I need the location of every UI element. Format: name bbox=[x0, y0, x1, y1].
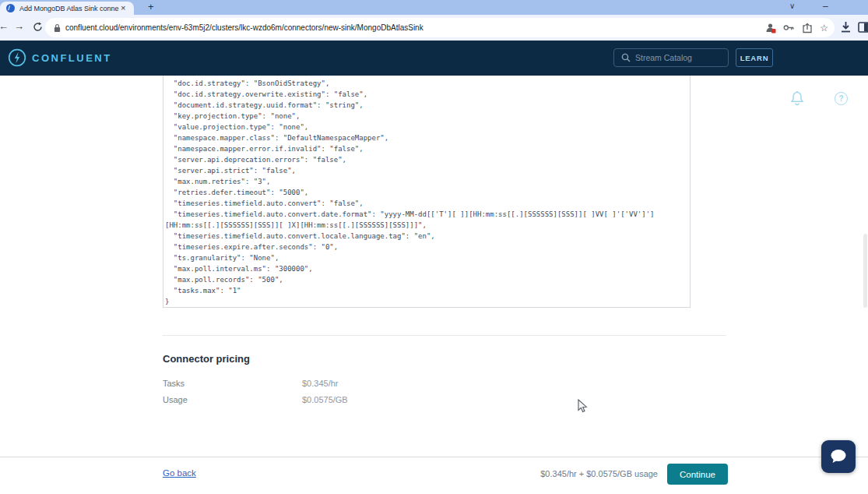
config-line: } bbox=[165, 296, 690, 307]
mouse-cursor bbox=[578, 399, 588, 413]
config-line: "max.poll.interval.ms": "300000", bbox=[165, 263, 690, 274]
continue-button[interactable]: Continue bbox=[667, 464, 728, 485]
back-button[interactable]: ← bbox=[0, 20, 9, 32]
confluent-brand[interactable]: CONFLUENT bbox=[8, 48, 112, 67]
config-line: "timeseries.expire.after.seconds": "0", bbox=[165, 242, 690, 252]
password-key-icon[interactable] bbox=[783, 23, 795, 33]
confluent-header: CONFLUENT LEARN ? bbox=[0, 41, 868, 76]
browser-tab[interactable]: Add MongoDB Atlas Sink conne × bbox=[0, 2, 134, 15]
search-icon bbox=[621, 53, 631, 62]
padlock-icon bbox=[54, 23, 61, 33]
config-line: "key.projection.type": "none", bbox=[165, 111, 690, 122]
config-line: "timeseries.timefield.auto.convert.local… bbox=[165, 231, 690, 242]
share-icon[interactable] bbox=[802, 23, 813, 34]
address-bar[interactable]: confluent.cloud/environments/env-63m5j2/… bbox=[45, 18, 835, 37]
footer-divider bbox=[0, 457, 868, 457]
side-panel-icon[interactable] bbox=[858, 22, 868, 33]
pricing-row-value: $0.345/hr bbox=[302, 379, 338, 388]
config-line: "timeseries.timefield.auto.convert.date.… bbox=[165, 209, 690, 220]
forward-button[interactable]: → bbox=[14, 20, 24, 32]
search-input[interactable] bbox=[635, 53, 721, 62]
config-line: "max.poll.records": "500", bbox=[165, 274, 690, 285]
help-icon[interactable]: ? bbox=[835, 92, 848, 105]
bookmark-star-icon[interactable]: ☆ bbox=[820, 23, 828, 33]
tab-search-chevron-icon[interactable]: ∨ bbox=[789, 2, 795, 10]
confluent-logo-icon bbox=[8, 48, 26, 67]
pricing-row-label: Tasks bbox=[163, 379, 184, 388]
notifications-bell-icon[interactable] bbox=[789, 90, 805, 107]
connector-config-json: "doc.id.strategy": "BsonOidStrategy", "d… bbox=[163, 76, 691, 308]
config-line: "tasks.max": "1" bbox=[165, 285, 690, 296]
tab-strip: Add MongoDB Atlas Sink conne × + ∨ – bbox=[0, 0, 868, 15]
config-line: "retries.defer.timeout": "5000", bbox=[165, 187, 690, 198]
pricing-heading: Connector pricing bbox=[163, 353, 250, 365]
browser-toolbar: ← → confluent.cloud/environments/env-63m… bbox=[0, 15, 868, 41]
config-line: "server.api.deprecation.errors": "false"… bbox=[165, 154, 690, 165]
config-line: "max.num.retries": "3", bbox=[165, 176, 690, 187]
pricing-row-label: Usage bbox=[163, 395, 188, 404]
reload-button[interactable] bbox=[33, 22, 43, 32]
config-line: "doc.id.strategy.overwrite.existing": "f… bbox=[165, 89, 690, 100]
pricing-row-value: $0.0575/GB bbox=[302, 395, 348, 404]
config-line: "namespace.mapper.class": "DefaultNamesp… bbox=[165, 132, 690, 143]
config-line: "server.api.strict": "false", bbox=[165, 165, 690, 176]
window-minimize-button[interactable]: – bbox=[823, 1, 828, 12]
close-tab-icon[interactable]: × bbox=[121, 4, 125, 12]
download-icon[interactable] bbox=[840, 21, 852, 34]
scrollbar-thumb[interactable] bbox=[863, 234, 867, 308]
go-back-link[interactable]: Go back bbox=[163, 468, 196, 478]
section-divider bbox=[163, 335, 726, 336]
url-text[interactable]: confluent.cloud/environments/env-63m5j2/… bbox=[65, 23, 423, 32]
confluent-favicon-icon bbox=[6, 4, 15, 12]
new-tab-button[interactable]: + bbox=[148, 1, 154, 12]
config-line: "namespace.mapper.error.if.invalid": "fa… bbox=[165, 143, 690, 154]
config-line: "timeseries.timefield.auto.convert": "fa… bbox=[165, 198, 690, 209]
config-line: [HH:mm:ss[[.][SSSSSS][SSS]][ ]X][HH:mm:s… bbox=[165, 220, 690, 231]
config-line: "ts.granularity": "None", bbox=[165, 252, 690, 263]
config-line: "doc.id.strategy": "BsonOidStrategy", bbox=[165, 78, 690, 89]
stream-catalog-search[interactable] bbox=[613, 48, 729, 67]
tab-title: Add MongoDB Atlas Sink conne bbox=[19, 5, 119, 12]
price-summary: $0.345/hr + $0.0575/GB usage bbox=[424, 469, 658, 478]
config-line: "document.id.strategy.uuid.format": "str… bbox=[165, 100, 690, 111]
chat-widget-button[interactable] bbox=[821, 440, 856, 473]
profile-sync-error-icon[interactable] bbox=[765, 23, 776, 34]
browser-window: Add MongoDB Atlas Sink conne × + ∨ – ← →… bbox=[0, 0, 868, 494]
chat-bubble-icon bbox=[829, 448, 848, 465]
config-line: "value.projection.type": "none", bbox=[165, 122, 690, 132]
learn-button[interactable]: LEARN bbox=[736, 48, 773, 67]
brand-name: CONFLUENT bbox=[32, 52, 112, 64]
